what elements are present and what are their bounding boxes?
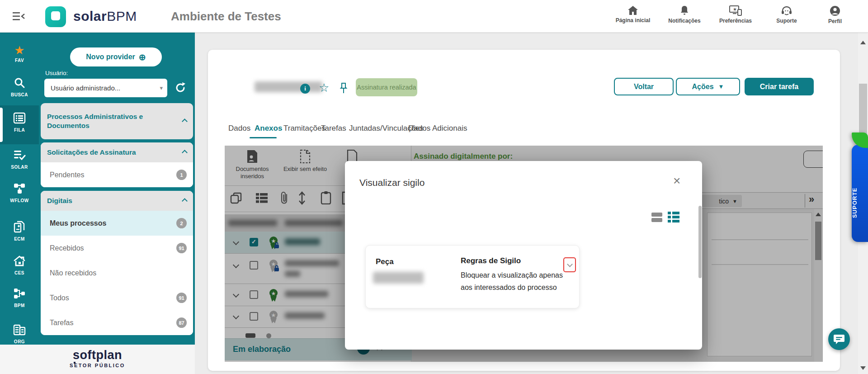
pendentes-badge: 1 [176,170,187,180]
chevron-up-icon [182,198,188,204]
new-provider-label: Novo provider [86,53,135,61]
sidebar-item-pendentes[interactable]: Pendentes 1 [41,162,193,187]
nav-profile[interactable]: Perfil [810,5,860,24]
piece-label: Peça [376,257,394,266]
icon-rail: ★ FAV BUSCA FILA SOLAR WFLOW ECM CES [0,33,39,345]
rail-item-ces[interactable]: CES [0,255,39,275]
back-button[interactable]: Voltar [614,78,674,95]
info-icon[interactable]: i [300,84,310,94]
tab-dados-adicionais[interactable]: Dados Adicionais [408,124,467,133]
nav-profile-label: Perfil [810,18,860,24]
rail-item-fav[interactable]: ★ FAV [0,44,39,63]
chevron-down-icon [567,261,573,267]
back-label: Voltar [634,83,654,91]
rail-item-solar[interactable]: SOLAR [0,149,39,170]
rail-item-fila[interactable]: FILA [0,112,39,133]
group-header-solicitacoes[interactable]: Solicitações de Assinatura [41,142,193,162]
view-toggle-detail-icon[interactable] [668,212,679,223]
brand-bold: solar [73,9,107,24]
status-badge: Assinatura realizada [356,78,417,96]
refresh-icon[interactable] [175,82,186,94]
nav-support-label: Suporte [762,18,811,24]
process-icon [13,288,26,299]
softplan-tagline: SETOR PÚBLICO [0,363,195,368]
sidebar-group-digitais: Digitais Meus processos 2 Recebidos 91 N… [41,191,193,335]
sidebar-item-recebidos[interactable]: Recebidos 91 [41,236,193,260]
sidebar-panel: Novo provider ⊕ Usuário: Usuário adminis… [39,33,195,345]
solarbpm-logo-icon[interactable] [45,6,66,27]
pin-icon[interactable] [339,82,348,94]
recebidos-label: Recebidos [50,244,84,252]
organization-icon [13,324,26,336]
nav-notifications-label: Notificações [660,18,709,24]
suporte-tab-label: SUPORTE [852,175,868,230]
close-icon[interactable]: × [673,175,680,187]
chat-bubble-button[interactable] [828,328,850,350]
headset-icon [781,5,792,16]
plus-circle-icon: ⊕ [139,53,146,62]
sidebar-item-meus-processos[interactable]: Meus processos 2 [41,211,193,236]
rail-wflow-label: WFLOW [0,198,39,203]
rail-busca-label: BUSCA [0,92,39,97]
star-icon: ★ [0,44,39,56]
rail-item-ecm[interactable]: ECM [0,221,39,241]
meus-processos-label: Meus processos [50,219,106,227]
nav-home[interactable]: Página inicial [608,5,658,24]
tarefas-label: Tarefas [50,319,73,327]
search-icon [14,77,25,89]
list-check-icon [13,149,26,161]
rail-item-org[interactable]: ORG [0,324,39,344]
group-header-processos[interactable]: Processos Administrativos e Documentos [41,103,193,139]
nav-preferences[interactable]: ★ Preferências [711,5,760,24]
visualizar-sigilo-modal: Visualizar sigilo × Peça Regras de Sigil… [345,161,702,350]
process-title-redacted [255,81,322,92]
actions-button[interactable]: Ações▼ [676,78,740,95]
rail-item-wflow[interactable]: WFLOW [0,183,39,203]
group-header-digitais[interactable]: Digitais [41,191,193,211]
tab-tarefas[interactable]: Tarefas [321,124,346,133]
environment-title: Ambiente de Testes [171,9,281,24]
sidebar-item-todos[interactable]: Todos 91 [41,285,193,310]
brand-wordmark: solarBPM [73,9,137,24]
nav-support[interactable]: Suporte [762,5,811,24]
suporte-side-tab[interactable]: SUPORTE [852,133,868,242]
sidebar-group-solicitacoes: Solicitações de Assinatura Pendentes 1 [41,142,193,187]
rail-fav-label: FAV [0,58,39,63]
rail-item-busca[interactable]: BUSCA [0,77,39,97]
group-processos-label: Processos Administrativos e Documentos [47,112,169,130]
sidebar-item-nao-recebidos[interactable]: Não recebidos [41,260,193,285]
chevron-down-icon: ▼ [718,83,724,90]
new-provider-button[interactable]: Novo provider ⊕ [70,47,162,66]
scroll-up-icon[interactable] [860,41,866,44]
tab-dados[interactable]: Dados [228,124,250,133]
rail-ces-label: CES [0,270,39,275]
favorite-star-icon[interactable]: ☆ [319,81,329,94]
softplan-wordmark: softplan [73,348,122,362]
meus-processos-badge: 2 [176,218,187,228]
brand-light: BPM [107,9,137,24]
view-toggle-rows-icon[interactable] [651,213,662,223]
actions-label: Ações [692,83,714,91]
scroll-down-icon[interactable] [860,366,866,370]
chevron-down-icon: ▾ [160,85,163,91]
rule-expand-button-highlighted[interactable] [563,257,576,272]
rail-solar-label: SOLAR [0,165,39,170]
document-plus-icon [14,221,25,233]
sidebar-footer: softplan SETOR PÚBLICO [0,345,195,374]
nao-recebidos-label: Não recebidos [50,269,96,277]
user-select[interactable]: Usuário administrado... ▾ [44,79,167,97]
tab-anexos[interactable]: Anexos [255,124,282,133]
chat-icon [833,334,845,345]
group-solicitacoes-label: Solicitações de Assinatura [47,148,136,157]
nav-home-label: Página inicial [608,17,658,24]
create-task-button[interactable]: Criar tarefa [745,78,814,95]
modal-scroll-thumb[interactable] [698,206,702,278]
sidebar-collapse-icon[interactable] [13,12,25,21]
queue-icon [13,112,26,124]
sidebar-item-tarefas[interactable]: Tarefas 87 [41,310,193,335]
user-select-value: Usuário administrado... [51,84,120,92]
tab-tramitacoes[interactable]: Tramitações [283,124,326,133]
nav-notifications[interactable]: Notificações [660,5,709,24]
nav-preferences-label: Preferências [711,18,760,24]
rail-item-bpm[interactable]: BPM [0,288,39,308]
